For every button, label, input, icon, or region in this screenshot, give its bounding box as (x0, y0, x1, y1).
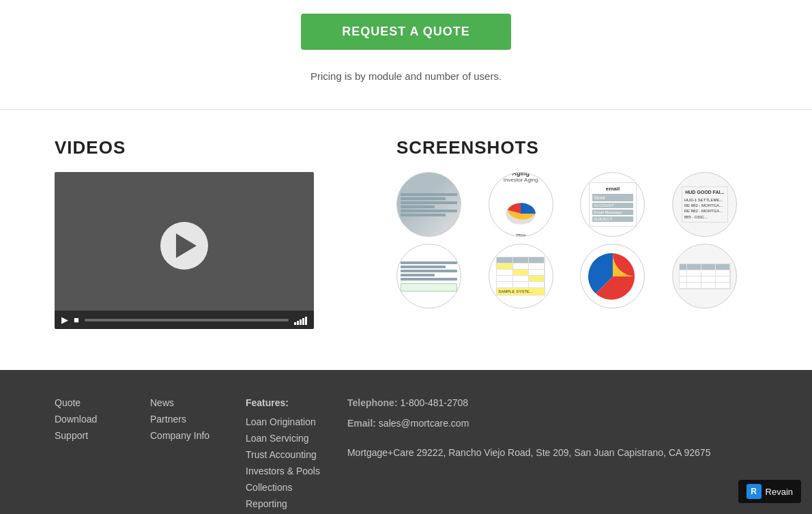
table-cell (701, 276, 716, 282)
form-line (401, 278, 457, 281)
screenshot-7[interactable] (580, 244, 645, 309)
aging-subtitle: Investor Aging (504, 177, 538, 183)
screenshot-8[interactable] (672, 244, 737, 309)
hud-line1: HUD-1 SETTLEME... (684, 197, 725, 203)
table-cell (497, 263, 512, 269)
footer-link-download[interactable]: Download (55, 414, 123, 425)
table-cell (687, 276, 701, 282)
footer-link-news[interactable]: News (150, 397, 218, 408)
table-row (680, 283, 730, 289)
table-header-cell (680, 264, 687, 270)
table-cell (680, 283, 687, 288)
main-content: VIDEOS ▶ ■ SCREENSHOT (0, 110, 812, 356)
footer-link-loan-origination[interactable]: Loan Origination (246, 416, 320, 427)
table-header-cell (701, 264, 716, 270)
table-header-cell (529, 257, 545, 263)
pricing-text: Pricing is by module and number of users… (0, 70, 812, 82)
table-cell (529, 276, 545, 281)
bar1 (294, 322, 296, 325)
video-player[interactable]: ▶ ■ (55, 172, 314, 329)
footer-link-reporting[interactable]: Reporting (246, 498, 320, 509)
table-cell (529, 282, 545, 287)
footer-col-2: News Partners Company Info (150, 397, 218, 514)
footer-col-contact: Telephone: 1-800-481-2708 Email: sales@m… (347, 397, 757, 514)
form-line (401, 201, 457, 204)
revain-badge[interactable]: R Revain (738, 480, 801, 503)
screenshots-section: SCREENSHOTS Aging Investor Aging (396, 137, 757, 329)
pie-chart-aging (497, 185, 545, 233)
email-address: sales@mortcare.com (379, 418, 469, 429)
footer-col-1: Quote Download Support (55, 397, 123, 514)
table-row (497, 270, 545, 276)
form-line (401, 205, 435, 208)
videos-title: VIDEOS (55, 137, 356, 158)
hud-title: HUD GOOD FAI... (684, 189, 725, 196)
footer-link-company-info[interactable]: Company Info (150, 430, 218, 441)
aging-mockup: Aging Investor Aging 75% (497, 172, 545, 237)
table-header-row (680, 264, 730, 270)
video-play-button[interactable] (160, 222, 208, 270)
hud-line2: RE 882 - MORTGA... (684, 203, 725, 208)
table-cell (701, 270, 716, 276)
table-cell (687, 270, 701, 276)
sample-address-label: SAMPLE SYSTE... (497, 288, 545, 295)
footer-link-collections[interactable]: Collections (246, 482, 320, 493)
email-label: Email: (347, 418, 376, 429)
address: Mortgage+Care 29222, Rancho Viejo Road, … (347, 445, 757, 460)
telephone-number: 1-800-481-2708 (400, 397, 468, 408)
form-line (401, 274, 435, 276)
footer-link-support[interactable]: Support (55, 430, 123, 441)
footer-content: Quote Download Support News Partners Com… (55, 397, 757, 514)
screenshot-3[interactable]: email Send ACCOUNT Email Message SUBJECT (580, 172, 645, 237)
screenshot-4[interactable]: HUD GOOD FAI... HUD-1 SETTLEME... RE 882… (672, 172, 737, 237)
telephone-line: Telephone: 1-800-481-2708 (347, 397, 757, 408)
table-cell (497, 282, 512, 287)
screenshots-title: SCREENSHOTS (396, 137, 757, 158)
send-btn-mockup: Send (592, 194, 633, 201)
table-cell (513, 263, 529, 269)
footer-col-features: Features: Loan Origination Loan Servicin… (246, 397, 320, 514)
bar2 (297, 321, 299, 325)
table-row (680, 276, 730, 283)
play-icon[interactable]: ▶ (61, 315, 68, 325)
play-triangle-icon (176, 233, 197, 258)
table-header-cell (716, 264, 730, 270)
footer-link-loan-servicing[interactable]: Loan Servicing (246, 433, 320, 444)
revain-icon: R (746, 484, 762, 499)
screenshot-6[interactable]: SAMPLE SYSTE... (489, 244, 553, 309)
hud-doc-mockup: HUD GOOD FAI... HUD-1 SETTLEME... RE 882… (682, 186, 728, 223)
top-section: REQUEST A QUOTE Pricing is by module and… (0, 0, 812, 109)
pie-chart-report (585, 249, 640, 304)
screenshot-1[interactable] (396, 172, 461, 237)
email-title: email (592, 186, 633, 192)
form-line (401, 197, 446, 200)
connect-button-mockup (401, 283, 457, 291)
table-cell (497, 270, 512, 275)
table-cell (513, 270, 529, 275)
footer-link-quote[interactable]: Quote (55, 397, 123, 408)
subject-field: SUBJECT (592, 216, 633, 222)
video-progress-bar[interactable] (85, 319, 289, 322)
stop-icon[interactable]: ■ (74, 315, 79, 325)
screenshot-5[interactable] (396, 244, 461, 309)
video-controls: ▶ ■ (55, 311, 314, 329)
revain-label: Revain (766, 487, 793, 497)
form-line (401, 193, 457, 196)
screenshot-2[interactable]: Aging Investor Aging 75% (489, 172, 553, 237)
hud-line4: 885 - DISC... (684, 214, 725, 220)
table-row (497, 263, 545, 270)
telephone-label: Telephone: (347, 397, 398, 408)
form-line (401, 266, 446, 268)
table-cell (680, 270, 687, 276)
table-cell (716, 276, 730, 282)
screenshots-grid: Aging Investor Aging 75% email Send (396, 172, 757, 309)
table-cell (529, 270, 545, 275)
footer-link-partners[interactable]: Partners (150, 414, 218, 425)
footer-link-trust-accounting[interactable]: Trust Accounting (246, 449, 320, 460)
form-line (401, 270, 457, 272)
table-row (680, 270, 730, 276)
footer-link-investors-pools[interactable]: Investors & Pools (246, 466, 320, 476)
request-quote-button[interactable]: REQUEST A QUOTE (301, 14, 511, 50)
table-row (497, 276, 545, 282)
table-cell (513, 282, 529, 287)
